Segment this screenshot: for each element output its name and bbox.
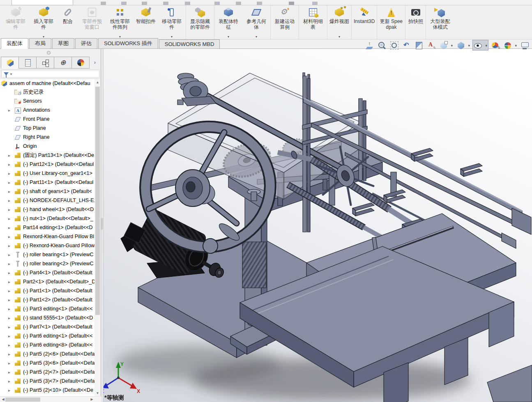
expand-arrow[interactable] bbox=[8, 289, 14, 293]
ribbon-tab[interactable]: 装配体 bbox=[1, 38, 28, 49]
tree-item[interactable]: Sensors bbox=[0, 96, 94, 106]
ribbon-tab[interactable]: 评估 bbox=[75, 38, 97, 48]
quick-toolbar-icon[interactable] bbox=[142, 2, 147, 5]
horizontal-scroll-thumb[interactable] bbox=[5, 397, 40, 402]
tree-item[interactable]: (-) Part11<1> (Default<<Defaul bbox=[0, 178, 94, 187]
quick-toolbar-icon[interactable] bbox=[312, 2, 318, 5]
expand-arrow[interactable] bbox=[8, 162, 14, 167]
tree-item[interactable]: Right Plane bbox=[0, 133, 94, 142]
scroll-down-arrow[interactable]: ▼ bbox=[94, 390, 101, 396]
headsup-button[interactable] bbox=[413, 40, 424, 51]
command-button[interactable]: 零部件预览窗口 bbox=[78, 5, 106, 39]
headsup-button[interactable] bbox=[426, 40, 437, 51]
command-button[interactable]: 爆炸视图 bbox=[327, 5, 352, 39]
tree-item[interactable]: (-) NORDEX-DEFAULT_LHS-E2-E bbox=[0, 196, 94, 205]
panel-splitter-handle[interactable] bbox=[101, 218, 104, 230]
tree-item[interactable]: (固定) Part13<1> (Default<<De bbox=[0, 151, 94, 160]
tree-item[interactable]: (-) hand wheel<1> (Default<<D bbox=[0, 205, 94, 214]
quick-toolbar-icon[interactable] bbox=[236, 2, 241, 5]
expand-arrow[interactable] bbox=[8, 280, 14, 284]
expand-arrow[interactable] bbox=[8, 334, 14, 338]
command-button[interactable]: Instant3D bbox=[352, 5, 377, 39]
expand-arrow[interactable] bbox=[8, 388, 14, 393]
tree-item[interactable]: Front Plane bbox=[0, 115, 94, 124]
expand-arrow[interactable] bbox=[8, 379, 14, 384]
command-button[interactable]: 显示隐藏的零部件 bbox=[186, 5, 214, 39]
quick-toolbar-icon[interactable] bbox=[289, 2, 294, 5]
expand-arrow[interactable] bbox=[8, 216, 14, 221]
tree-horizontal-scrollbar[interactable]: ◀ ▶ bbox=[0, 396, 101, 402]
headsup-button[interactable] bbox=[376, 40, 387, 51]
tree-item[interactable]: (-) roller bearing<2> (PreviewC bbox=[0, 259, 94, 268]
quick-toolbar-icon[interactable] bbox=[121, 2, 127, 5]
expand-arrow[interactable] bbox=[8, 225, 14, 230]
expand-arrow[interactable] bbox=[8, 271, 14, 275]
tree-item[interactable]: (-) Part5 (3)<7> (Default<<Defa bbox=[0, 377, 94, 386]
feature-manager-tab[interactable] bbox=[1, 57, 19, 69]
command-button[interactable]: 移动零部件 bbox=[158, 5, 186, 39]
feature-manager-tab[interactable] bbox=[54, 57, 72, 69]
expand-arrow[interactable] bbox=[8, 316, 14, 320]
command-button[interactable]: 线性零部件阵列 bbox=[106, 5, 134, 39]
quick-toolbar-icon[interactable] bbox=[101, 2, 106, 5]
expand-arrow[interactable] bbox=[8, 325, 14, 329]
tree-filter-input[interactable]: ▾ bbox=[1, 70, 99, 78]
quick-toolbar-icon[interactable] bbox=[214, 2, 220, 5]
expand-arrow[interactable] bbox=[8, 189, 14, 194]
expand-arrow[interactable] bbox=[8, 253, 14, 257]
tree-item[interactable]: (-) Part4<1> (Default<<Default bbox=[0, 268, 94, 277]
tab-overflow-chevron[interactable]: › bbox=[94, 59, 96, 65]
tree-item[interactable]: (-) Part5 (2)<7> (Default<<Defa bbox=[0, 368, 94, 377]
expand-arrow[interactable] bbox=[8, 343, 14, 347]
headsup-button[interactable] bbox=[455, 40, 471, 51]
command-button[interactable]: 大型装配体模式 bbox=[426, 5, 454, 39]
headsup-button[interactable] bbox=[472, 40, 488, 51]
command-button[interactable]: 材料明细表 bbox=[299, 5, 327, 39]
command-button[interactable]: 拍快照 bbox=[405, 5, 426, 39]
scroll-right-arrow[interactable]: ▶ bbox=[89, 397, 95, 402]
tree-item[interactable]: (-) Part3 editing<1> (Default<< bbox=[0, 304, 94, 313]
panel-splitter[interactable] bbox=[101, 49, 104, 402]
tree-item[interactable]: Part2<1> (Default<<Default>_D bbox=[0, 277, 94, 286]
headsup-button[interactable] bbox=[401, 40, 412, 51]
ribbon-tab[interactable]: SOLIDWORKS MBD bbox=[159, 39, 220, 48]
command-button[interactable]: 参考几何体 bbox=[242, 5, 271, 39]
command-button[interactable]: 智能扣件 bbox=[134, 5, 158, 39]
expand-arrow[interactable] bbox=[8, 198, 14, 203]
command-button[interactable]: 装配体特征 bbox=[214, 5, 242, 39]
tree-item[interactable]: (-) User Library-con_gear1<1> bbox=[0, 169, 94, 178]
feature-manager-tab[interactable] bbox=[36, 57, 54, 69]
ribbon-tab[interactable]: 布局 bbox=[29, 38, 51, 48]
tree-item[interactable]: Top Plane bbox=[0, 124, 94, 133]
tree-vertical-scrollbar[interactable]: ▲ ▼ bbox=[94, 79, 101, 396]
expand-arrow[interactable] bbox=[8, 262, 14, 266]
graphics-viewport[interactable]: Y X Z *等轴测 bbox=[101, 49, 532, 402]
tree-item[interactable]: (-) Rexnord-Klean-Guard Pillow bbox=[0, 241, 94, 250]
tree-item[interactable]: (-) Part7<1> (Default<<Default bbox=[0, 322, 94, 331]
tree-item[interactable]: Origin bbox=[0, 142, 94, 151]
expand-arrow[interactable] bbox=[8, 370, 14, 374]
tree-item[interactable]: Annotations bbox=[0, 106, 94, 115]
feature-manager-tab[interactable] bbox=[71, 57, 90, 69]
tree-item[interactable]: (-) Part1<1> (Default<<Default bbox=[0, 286, 94, 295]
tree-item[interactable]: (-) roller bearing<1> (PreviewC bbox=[0, 250, 94, 259]
tree-item[interactable]: (-) Part5 (2)<10> (Default<<De bbox=[0, 386, 94, 395]
headsup-button[interactable] bbox=[490, 40, 501, 51]
headsup-button[interactable] bbox=[389, 40, 400, 51]
headsup-button[interactable] bbox=[364, 40, 375, 51]
ribbon-tab[interactable]: SOLIDWORKS 插件 bbox=[98, 38, 158, 48]
tree-item[interactable]: Rexnord-Klean-Guard Pillow Bl bbox=[0, 232, 94, 241]
tree-item[interactable]: (-) Part12<1> (Default<<Defaul bbox=[0, 160, 94, 169]
tree-item[interactable]: (-) Part5 (3)<6> (Default<<Defa bbox=[0, 358, 94, 368]
panel-collapse-handle[interactable] bbox=[47, 51, 51, 55]
tree-item[interactable]: (-) Part5 (2)<6> (Default<<Defa bbox=[0, 349, 94, 358]
tree-item[interactable]: (-) stand 5555<1> (Default<<D bbox=[0, 313, 94, 322]
headsup-button[interactable] bbox=[438, 40, 454, 51]
tree-item[interactable]: (-) nut<1> (Default<<Default>_ bbox=[0, 214, 94, 223]
expand-arrow[interactable] bbox=[8, 171, 14, 176]
expand-arrow[interactable] bbox=[8, 307, 14, 311]
quick-toolbar-icon[interactable] bbox=[163, 2, 168, 5]
vertical-scroll-thumb[interactable] bbox=[95, 87, 100, 315]
tree-item[interactable]: (-) shaft of gears<1> (Default< bbox=[0, 187, 94, 196]
tree-item[interactable]: (-) Part6 editing<8> (Default<< bbox=[0, 340, 94, 349]
